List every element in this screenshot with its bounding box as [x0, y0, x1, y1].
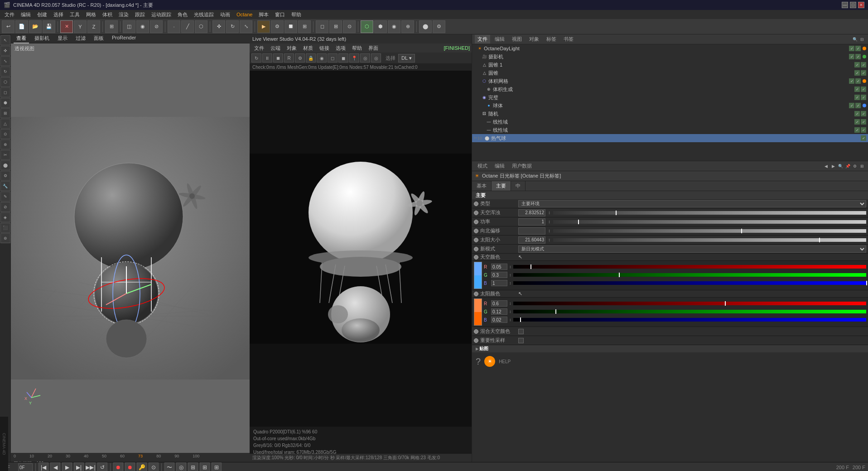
importance-checkbox[interactable] [518, 338, 524, 343]
menu-select[interactable]: 选择 [51, 10, 66, 19]
tool-z[interactable]: Z [87, 20, 100, 33]
menu-character[interactable]: 角色 [175, 10, 190, 19]
sky-r-slider[interactable] [513, 265, 867, 269]
badge-check[interactable]: ✓ [854, 95, 860, 100]
tool-render-active[interactable]: 🔲 [285, 20, 297, 33]
tool-octane-2[interactable]: ⬢ [374, 20, 387, 33]
tool-y[interactable]: Y [74, 20, 87, 33]
tool-move[interactable]: ✜ [212, 20, 225, 33]
menu-tools[interactable]: 工具 [67, 10, 82, 19]
menu-render[interactable]: 渲染 [116, 10, 131, 19]
badge-check2[interactable]: ✓ [855, 54, 861, 59]
tool-scale[interactable]: ⊞ [105, 20, 118, 33]
left-tool-17[interactable]: ⊘ [0, 202, 10, 212]
tab-prorender[interactable]: ProRender [109, 34, 139, 43]
list-item[interactable]: ◉ 完璧 ✓ ✓ [472, 93, 868, 101]
tab-camera[interactable]: 摄影机 [32, 34, 52, 43]
play-start-btn[interactable]: |◀ [39, 462, 48, 471]
badge-check2[interactable]: ✓ [861, 87, 866, 92]
badge-check[interactable]: ✓ [849, 103, 854, 108]
left-tool-19[interactable]: ⬛ [0, 223, 10, 233]
sky-g-slider[interactable] [513, 273, 867, 277]
attr-tab-user[interactable]: 用户数据 [509, 162, 535, 170]
left-tool-18[interactable]: ◈ [0, 212, 10, 222]
north-slider[interactable] [553, 229, 866, 233]
badge-check[interactable]: ✓ [854, 127, 860, 133]
list-item[interactable]: △ 圆锥 ✓ ✓ [472, 69, 868, 77]
menu-octane[interactable]: Octane [234, 11, 255, 18]
badge-check2[interactable]: ✓ [861, 70, 866, 76]
tab-filter[interactable]: 过滤 [73, 34, 88, 43]
tab-view[interactable]: 查看 [14, 34, 29, 43]
attr-dot-north[interactable] [474, 229, 478, 233]
keyframe-btn[interactable]: 🔑 [137, 462, 147, 471]
obj-tab-view[interactable]: 视图 [509, 35, 525, 43]
tool-save[interactable]: 💾 [43, 20, 55, 33]
minimize-button[interactable]: — [842, 2, 848, 8]
tool-live-select[interactable]: ⊘ [150, 20, 163, 33]
tool-render-all[interactable]: ⊞ [298, 20, 311, 33]
menu-help[interactable]: 帮助 [289, 10, 304, 19]
menu-create[interactable]: 创建 [34, 10, 50, 19]
lv-tool-pause[interactable]: ⏸ [262, 53, 272, 62]
tool-active-object[interactable]: ⊙ [343, 20, 356, 33]
type-select[interactable]: 主要环境 [518, 200, 866, 207]
sky-r-input[interactable] [491, 264, 507, 270]
menu-window[interactable]: 窗口 [272, 10, 288, 19]
badge-check2[interactable]: ✓ [855, 78, 861, 84]
sky-b-input[interactable] [491, 280, 507, 286]
play-loop-btn[interactable]: ↺ [97, 462, 107, 471]
left-tool-20[interactable]: ⊚ [0, 233, 10, 243]
badge-check[interactable]: ✓ [849, 46, 854, 51]
left-tool-15[interactable]: 🔧 [0, 181, 10, 191]
menu-track[interactable]: 跟踪 [132, 10, 148, 19]
maximize-button[interactable]: □ [850, 2, 856, 8]
attr-pin[interactable]: 📌 [844, 163, 851, 169]
list-item[interactable]: ☀ OctaneDayLight ✓ ✓ [472, 44, 868, 53]
list-item[interactable]: ● 球体 ✓ ✓ [472, 101, 868, 110]
left-tool-9[interactable]: △ [0, 119, 10, 129]
frame-input[interactable] [18, 463, 33, 471]
lv-menu-options[interactable]: 选项 [333, 44, 348, 53]
lv-menu-mat[interactable]: 材质 [300, 44, 316, 53]
sky-g-input[interactable] [491, 272, 507, 278]
obj-tab-bookmark[interactable]: 书签 [561, 35, 576, 43]
attr-dot-skycolor[interactable] [474, 255, 478, 260]
lv-menu-help[interactable]: 帮助 [349, 44, 365, 53]
badge-check[interactable]: ✓ [854, 111, 860, 116]
tool-rotate[interactable]: ↻ [226, 20, 239, 33]
left-tool-16[interactable]: ✎ [0, 192, 10, 202]
sun-g-slider[interactable] [513, 310, 867, 313]
tool-render[interactable]: ▶ [257, 20, 270, 33]
attr-dot-power[interactable] [474, 220, 478, 224]
attr-dot-suncolor[interactable] [474, 292, 478, 296]
turbidity-slider[interactable] [553, 211, 866, 215]
badge-check[interactable]: ✓ [861, 135, 866, 141]
extra2-btn[interactable]: ⊞ [212, 462, 222, 471]
obj-tab-file[interactable]: 文件 [475, 35, 490, 43]
path-btn[interactable]: ◎ [176, 462, 186, 471]
left-tool-8[interactable]: ⊞ [0, 108, 10, 118]
attr-dot-turbidity[interactable] [474, 211, 478, 215]
tab-display[interactable]: 显示 [55, 34, 70, 43]
mixsky-checkbox[interactable] [518, 329, 524, 334]
power-slider[interactable] [553, 220, 866, 224]
badge-check2[interactable]: ✓ [855, 103, 861, 108]
left-tool-scale[interactable]: ⤡ [0, 56, 10, 66]
octane-help-icon[interactable]: ☀ [484, 356, 495, 367]
obj-search-icon[interactable]: 🔍 [852, 36, 858, 43]
sky-color-swatch[interactable] [474, 262, 482, 289]
list-item[interactable]: 🎥 摄影机 ✓ ✓ [472, 53, 868, 61]
menu-motion-track[interactable]: 运动跟踪 [149, 10, 174, 19]
attr-tab-mode[interactable]: 模式 [475, 162, 490, 170]
tab-panel[interactable]: 面板 [91, 34, 106, 43]
badge-check2[interactable]: ✓ [861, 95, 866, 100]
tool-box[interactable]: ◫ [123, 20, 135, 33]
obj-collapse-icon[interactable]: ⊟ [859, 36, 865, 43]
left-tool-6[interactable]: ◻ [0, 87, 10, 97]
tool-polys[interactable]: ⬡ [195, 20, 207, 33]
left-tool-13[interactable]: ⬤ [0, 160, 10, 170]
left-tool-move[interactable]: ✜ [0, 46, 10, 56]
tool-edges[interactable]: ╱ [181, 20, 194, 33]
menu-script[interactable]: 脚本 [256, 10, 271, 19]
